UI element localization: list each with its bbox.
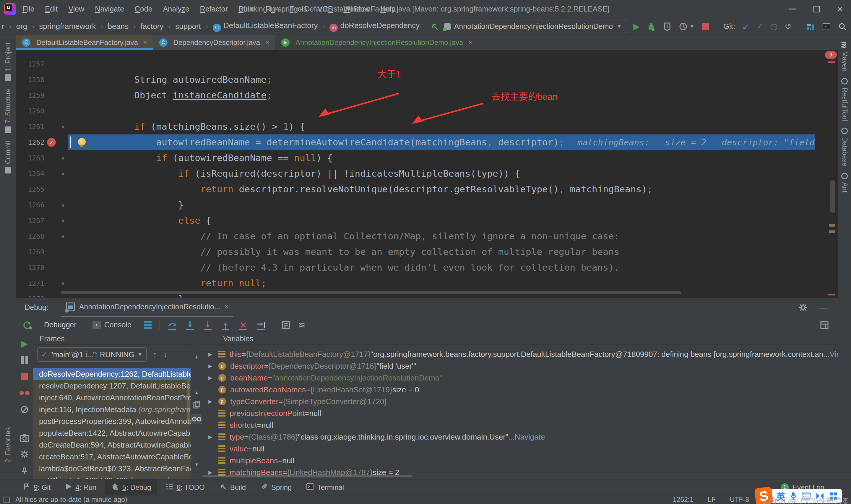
expand-arrow-icon[interactable]: ▶ <box>208 351 218 358</box>
gutter-line[interactable]: 1263∨ <box>16 150 68 166</box>
error-stripe-mark[interactable] <box>828 294 835 295</box>
tab-console[interactable]: › Console <box>92 321 131 329</box>
scroll-down-icon[interactable]: ▼ <box>195 461 199 468</box>
git-commit-button[interactable]: ✓ <box>757 22 763 31</box>
frame-row[interactable]: inject:116, InjectionMetadata (org.sprin… <box>33 403 191 415</box>
breakpoint-area[interactable]: ✓ <box>44 138 58 147</box>
stop-button[interactable] <box>19 371 30 381</box>
toolwindow-toggle-icon[interactable] <box>3 497 10 503</box>
toolwindow-layout-button[interactable] <box>806 22 815 31</box>
menu-refactor[interactable]: Refactor <box>200 5 228 13</box>
toolwindow-button-terminal[interactable]: Terminal <box>301 480 350 496</box>
menu-edit[interactable]: Edit <box>45 5 58 13</box>
toolwindow-button-build[interactable]: Build <box>214 480 252 496</box>
frame-row[interactable]: populateBean:1422, AbstractAutowireCapab… <box>33 427 191 439</box>
frame-row[interactable]: getObject:-1, 1827725408 (org.springfram… <box>33 474 191 479</box>
sidebar-item-restfultool[interactable]: RestfulTool <box>841 78 849 121</box>
variable-row[interactable]: ▶pbeanName = "annotationDependencyInject… <box>202 372 838 384</box>
green-select-arrow-icon[interactable] <box>430 21 439 32</box>
gutter-line[interactable]: 1272∧ <box>16 291 68 298</box>
close-icon[interactable]: × <box>224 303 229 311</box>
code-line[interactable]: return descriptor.resolveNotUnique(descr… <box>68 181 815 197</box>
show-libraries-glasses-icon[interactable] <box>192 414 202 424</box>
frames-scrollbar[interactable] <box>187 380 190 425</box>
toolwindow-button-9-git[interactable]: 9: Git <box>17 480 56 496</box>
code-line[interactable]: } <box>68 197 815 213</box>
variable-link[interactable]: Navigate <box>515 432 545 442</box>
fold-marker[interactable]: ∨ <box>58 218 67 223</box>
frame-row[interactable]: resolveDependency:1207, DefaultListableB… <box>33 380 191 392</box>
sidebar-item-1-project[interactable]: 1: Project <box>4 42 12 80</box>
maximize-icon[interactable] <box>813 6 820 13</box>
variable-row[interactable]: shortcut = null <box>202 419 838 431</box>
code-line[interactable]: if (isRequired(descriptor) || !indicates… <box>68 166 815 181</box>
code-line[interactable]: // (before 4.3 in particular when we did… <box>68 260 815 275</box>
variable-row[interactable]: ▶ptypeConverter = {SimpleTypeConverter@1… <box>202 396 838 408</box>
pin-icon[interactable] <box>19 466 30 476</box>
fold-marker[interactable]: ∨ <box>58 233 67 239</box>
breadcrumb-item[interactable]: CDefaultListableBeanFactory <box>213 21 318 32</box>
scroll-up-icon[interactable]: ▲ <box>195 389 199 396</box>
run-button[interactable]: ▶ <box>633 22 640 31</box>
debug-session-tab[interactable]: AnnotationDependencyInjectionResolutio..… <box>61 298 234 317</box>
close-icon[interactable]: × <box>837 6 843 13</box>
gutter-line[interactable]: 1260 <box>16 103 68 119</box>
frame-row[interactable]: doCreateBean:594, AbstractAutowireCapabl… <box>33 439 191 451</box>
layout-options-icon[interactable] <box>144 321 151 329</box>
sidebar-item-7-structure[interactable]: 7: Structure <box>4 88 12 133</box>
expand-arrow-icon[interactable]: ▶ <box>208 375 218 381</box>
error-stripe-mark[interactable] <box>828 61 835 63</box>
code-line[interactable]: else { <box>68 213 815 228</box>
thread-selector[interactable]: ✓ "main"@1 i...": RUNNING ▼ <box>37 347 147 362</box>
code-line[interactable]: if (autowiredBeanName == null) { <box>68 150 815 166</box>
code-line[interactable]: return null; <box>68 275 815 291</box>
menu-view[interactable]: View <box>68 5 84 13</box>
pause-button[interactable] <box>19 355 30 365</box>
thread-dump-camera-icon[interactable] <box>19 433 30 443</box>
editor-area[interactable]: 12571258125912601261∨1262✓1263∨1264∨1265… <box>16 50 838 298</box>
error-stripe-badge[interactable]: 9 <box>825 51 837 59</box>
gear-icon[interactable] <box>799 303 808 312</box>
toolwindow-button-6-todo[interactable]: 6: TODO <box>160 480 211 496</box>
expand-arrow-icon[interactable]: ▶ <box>208 398 218 405</box>
force-step-into-button[interactable] <box>203 320 213 330</box>
remove-watch-icon[interactable]: − <box>195 365 199 373</box>
prev-frame-arrow-icon[interactable]: ↑ <box>153 350 157 359</box>
file-encoding[interactable]: UTF-8 <box>730 496 749 504</box>
fold-marker[interactable]: ∨ <box>58 155 67 161</box>
editor-hscrollbar[interactable] <box>60 291 681 294</box>
gutter-line[interactable]: 1257 <box>16 56 68 72</box>
gutter-line[interactable]: 1266∧ <box>16 197 68 213</box>
warning-stripe-mark[interactable] <box>829 230 835 233</box>
run-anything-button[interactable] <box>822 22 831 31</box>
variable-row[interactable]: pautowiredBeanNames = {LinkedHashSet@171… <box>202 384 838 396</box>
intention-bulb-icon[interactable] <box>78 138 86 146</box>
evaluate-expression-icon[interactable] <box>282 321 290 329</box>
breakpoint-icon[interactable]: ✓ <box>47 138 56 147</box>
code-line[interactable]: // possibly it was meant to be an empty … <box>68 244 815 260</box>
sidebar-item-maven[interactable]: mMaven <box>839 41 850 72</box>
breadcrumb-item[interactable]: beans <box>108 22 129 31</box>
gutter-line[interactable]: 1271∧ <box>16 275 68 291</box>
variable-row[interactable]: ▶type = {Class@1786} "class org.xiaoge.t… <box>202 431 838 443</box>
code-line[interactable]: if (matchingBeans.size() > 1) { <box>68 119 815 134</box>
toolwindow-button-5-debug[interactable]: 5: Debug <box>105 480 157 496</box>
code-line[interactable]: autowiredBeanName = determineAutowireCan… <box>68 134 815 150</box>
gutter-line[interactable]: 1264∨ <box>16 166 68 181</box>
restore-layout-icon[interactable] <box>820 321 829 329</box>
debug-settings-gear-icon[interactable] <box>19 449 30 460</box>
variable-link[interactable]: View <box>830 350 838 359</box>
close-icon[interactable]: × <box>468 39 472 47</box>
menu-code[interactable]: Code <box>135 5 152 13</box>
breadcrumb-item[interactable]: factory <box>140 22 163 31</box>
rerun-button[interactable] <box>22 320 32 330</box>
copy-stack-icon[interactable] <box>193 401 200 410</box>
minimize-icon[interactable] <box>789 8 796 10</box>
breadcrumb-item[interactable]: support <box>175 22 201 31</box>
step-out-button[interactable] <box>220 320 231 330</box>
hide-toolwindow-icon[interactable]: — <box>819 303 828 312</box>
trace-stream-icon[interactable]: ≋ <box>298 320 306 330</box>
editor-tab[interactable]: ▶AnnotationDependencyInjectionResolution… <box>275 35 478 50</box>
fold-marker[interactable]: ∧ <box>58 281 67 286</box>
variable-row[interactable]: multipleBeans = null <box>202 455 838 467</box>
